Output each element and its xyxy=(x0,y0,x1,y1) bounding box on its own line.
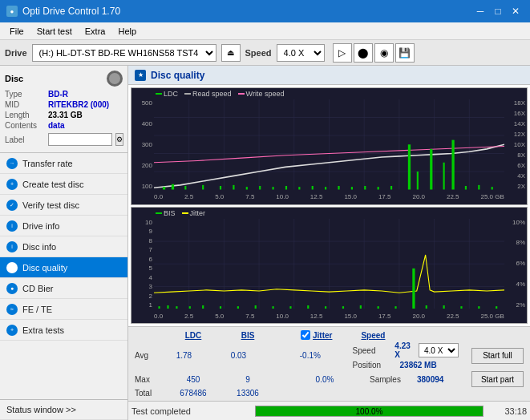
svg-rect-37 xyxy=(478,185,479,190)
svg-rect-15 xyxy=(184,186,186,190)
app-title: Opti Drive Control 1.70 xyxy=(22,6,120,17)
speed-label: Speed xyxy=(245,48,272,58)
nav-extra-tests[interactable]: + Extra tests xyxy=(0,320,127,341)
toolbar-btn-1[interactable]: ▷ xyxy=(333,43,352,63)
svg-rect-13 xyxy=(163,187,165,189)
stats-bar: LDC BIS Jitter Speed Avg 1.78 xyxy=(128,326,530,401)
disc-title: Disc xyxy=(5,74,23,83)
menu-start-test[interactable]: Start test xyxy=(30,25,79,38)
svg-rect-30 xyxy=(390,186,392,190)
svg-rect-21 xyxy=(272,187,273,189)
content-area: ★ Disc quality LDC Read speed xyxy=(128,66,530,420)
speed-select-stats[interactable]: 4.0 X xyxy=(419,343,459,357)
samples-key: Samples xyxy=(370,375,414,384)
svg-rect-54 xyxy=(189,306,191,309)
nav-verify-test-disc[interactable]: ✓ Verify test disc xyxy=(0,195,127,216)
start-full-button[interactable]: Start full xyxy=(471,348,524,364)
disc-icon xyxy=(107,71,123,87)
menu-file[interactable]: File xyxy=(3,25,30,38)
legend-write-speed: Write speed xyxy=(246,90,285,98)
jitter-header: Jitter xyxy=(313,331,332,340)
contents-label: Contents xyxy=(5,121,45,130)
svg-rect-24 xyxy=(312,186,314,190)
label-input[interactable] xyxy=(48,133,112,146)
speed-select[interactable]: 4.0 X 8.0 X xyxy=(277,44,325,62)
svg-rect-66 xyxy=(394,306,396,309)
svg-rect-29 xyxy=(378,187,379,189)
mid-value: RITEKBR2 (000) xyxy=(48,100,109,109)
nav-disc-quality[interactable]: ★ Disc quality xyxy=(0,257,127,278)
toolbar-btn-2[interactable]: ⬤ xyxy=(354,43,373,63)
nav-disc-info[interactable]: i Disc info xyxy=(0,236,127,257)
svg-rect-23 xyxy=(298,187,300,189)
disc-panel: Disc Type BD-R MID RITEKBR2 (000) Length… xyxy=(0,66,127,153)
toolbar-btn-3[interactable]: ◉ xyxy=(374,43,394,63)
legend-jitter: Jitter xyxy=(190,209,206,217)
jitter-avg: -0.1% xyxy=(300,351,321,360)
samples-val: 380094 xyxy=(417,375,443,384)
app-icon: ● xyxy=(6,6,18,17)
contents-value: data xyxy=(48,121,65,130)
length-value: 23.31 GB xyxy=(48,111,83,119)
ldc-total: 678486 xyxy=(180,389,206,398)
svg-rect-62 xyxy=(325,306,326,309)
svg-rect-14 xyxy=(172,184,174,190)
bis-max: 9 xyxy=(245,375,250,384)
svg-rect-51 xyxy=(158,306,160,309)
total-label: Total xyxy=(135,389,163,398)
close-button[interactable]: ✕ xyxy=(508,3,524,19)
ldc-avg: 1.78 xyxy=(176,351,192,360)
drive-bar: Drive (H:) HL-DT-ST BD-RE WH16NS58 TST4 … xyxy=(0,40,530,66)
svg-rect-19 xyxy=(246,187,248,189)
svg-rect-58 xyxy=(255,305,257,309)
label-label: Label xyxy=(5,135,45,144)
menu-bar: File Start test Extra Help xyxy=(0,22,530,40)
nav-create-test-disc[interactable]: + Create test disc xyxy=(0,174,127,195)
svg-rect-34 xyxy=(443,163,445,190)
disc-quality-header: ★ Disc quality xyxy=(128,66,530,85)
chart-bis: BIS Jitter 10 9 8 7 6 5 4 3 xyxy=(131,207,528,325)
start-part-button[interactable]: Start part xyxy=(471,371,524,387)
svg-rect-16 xyxy=(202,185,204,190)
drive-select[interactable]: (H:) HL-DT-ST BD-RE WH16NS58 TST4 xyxy=(32,44,216,62)
maximize-button[interactable]: □ xyxy=(490,3,506,19)
avg-label: Avg xyxy=(135,351,153,360)
bis-total: 13306 xyxy=(237,389,259,398)
label-button[interactable]: ⚙ xyxy=(115,133,123,146)
legend-bis: BIS xyxy=(164,209,176,217)
jitter-checkbox[interactable] xyxy=(301,330,310,340)
nav-transfer-rate[interactable]: → Transfer rate xyxy=(0,153,127,174)
menu-help[interactable]: Help xyxy=(111,25,143,38)
svg-rect-38 xyxy=(492,187,493,189)
menu-extra[interactable]: Extra xyxy=(79,25,112,38)
svg-rect-33 xyxy=(430,149,432,190)
speed-val: 4.23 X xyxy=(394,341,415,359)
length-label: Length xyxy=(5,111,45,119)
svg-rect-31 xyxy=(408,144,411,189)
toolbar-btn-save[interactable]: 💾 xyxy=(395,43,415,63)
legend-read-speed: Read speed xyxy=(192,90,232,98)
eject-button[interactable]: ⏏ xyxy=(221,44,241,62)
svg-rect-71 xyxy=(478,306,479,309)
svg-rect-69 xyxy=(443,305,445,309)
max-label: Max xyxy=(135,375,163,384)
svg-rect-27 xyxy=(351,187,353,189)
position-val: 23862 MB xyxy=(400,361,437,370)
position-key: Position xyxy=(353,361,397,370)
svg-rect-52 xyxy=(167,305,168,309)
nav-cd-bier[interactable]: ● CD Bier xyxy=(0,278,127,299)
nav-drive-info[interactable]: i Drive info xyxy=(0,216,127,236)
stats-bis-header: BIS xyxy=(241,331,255,340)
status-window-btn[interactable]: Status window >> xyxy=(0,399,127,420)
time-text: 33:18 xyxy=(487,406,527,416)
svg-rect-72 xyxy=(496,306,497,309)
svg-rect-68 xyxy=(426,305,427,309)
mid-label: MID xyxy=(5,100,45,109)
nav-fe-te[interactable]: ≈ FE / TE xyxy=(0,299,127,320)
stats-ldc-header: LDC xyxy=(185,331,202,340)
svg-rect-53 xyxy=(176,306,177,309)
svg-rect-61 xyxy=(307,305,309,309)
svg-rect-22 xyxy=(285,186,287,190)
minimize-button[interactable]: ─ xyxy=(472,3,488,19)
progress-bar: 100.0% xyxy=(255,406,483,417)
